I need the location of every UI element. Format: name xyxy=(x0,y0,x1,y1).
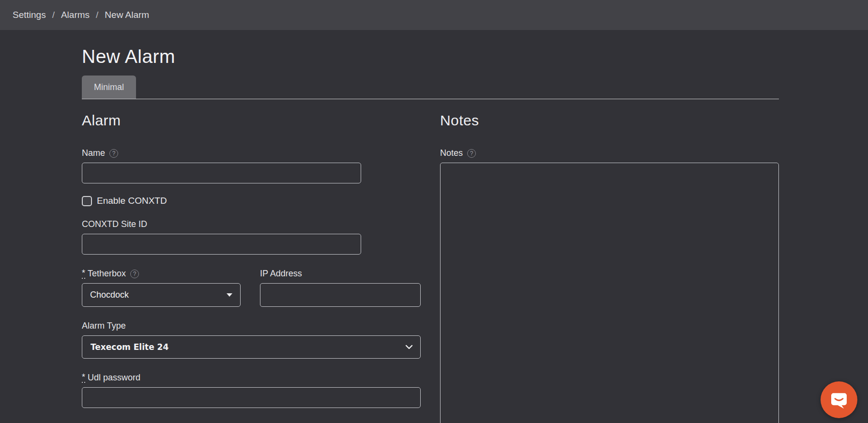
help-icon[interactable]: ? xyxy=(130,270,139,278)
alarm-type-label: Alarm Type xyxy=(82,321,421,331)
name-label-text: Name xyxy=(82,148,105,158)
tetherbox-select[interactable]: Chocdock xyxy=(82,283,241,307)
conxtd-site-id-field-group: CONXTD Site ID xyxy=(82,219,421,255)
tetherbox-label-text: Tetherbox xyxy=(88,269,126,279)
help-icon[interactable]: ? xyxy=(467,149,476,158)
help-icon[interactable]: ? xyxy=(109,149,118,158)
conxtd-site-id-input[interactable] xyxy=(82,234,361,255)
enable-conxtd-checkbox[interactable] xyxy=(82,196,92,206)
main-content: New Alarm Minimal Alarm Name ? Enable CO… xyxy=(0,46,868,423)
notes-textarea[interactable] xyxy=(440,163,779,423)
notes-label: Notes ? xyxy=(440,148,779,158)
breadcrumb-separator: / xyxy=(96,10,98,20)
tab-minimal[interactable]: Minimal xyxy=(82,76,136,99)
ip-address-label-text: IP Address xyxy=(260,269,302,279)
tetherbox-field-group: * Tetherbox ? Chocdock xyxy=(82,269,241,307)
enable-conxtd-label[interactable]: Enable CONXTD xyxy=(97,196,167,206)
name-field-group: Name ? xyxy=(82,148,421,183)
ip-address-label: IP Address xyxy=(260,269,421,279)
notes-section-heading: Notes xyxy=(440,112,779,129)
alarm-type-selected-value: Texecom Elite 24 xyxy=(91,342,168,352)
breadcrumb: Settings / Alarms / New Alarm xyxy=(0,0,868,30)
tabs-bar: Minimal xyxy=(82,76,779,99)
chat-bubble-icon xyxy=(829,390,849,409)
udl-password-field-group: * Udl password xyxy=(82,373,421,408)
tetherbox-selected-value: Chocdock xyxy=(90,290,129,300)
udl-password-input[interactable] xyxy=(82,387,421,408)
breadcrumb-item-new-alarm: New Alarm xyxy=(105,10,149,20)
name-input[interactable] xyxy=(82,163,361,183)
tetherbox-label: * Tetherbox ? xyxy=(82,269,241,279)
chat-launcher-button[interactable] xyxy=(821,381,857,418)
alarm-type-field-group: Alarm Type Texecom Elite 24 xyxy=(82,321,421,359)
chevron-down-icon xyxy=(405,345,413,349)
alarm-section: Alarm Name ? Enable CONXTD CONXTD Site I… xyxy=(82,112,421,423)
notes-section: Notes Notes ? xyxy=(440,112,779,423)
udl-password-label-text: Udl password xyxy=(88,373,140,383)
breadcrumb-separator: / xyxy=(52,10,55,20)
enable-conxtd-row: Enable CONXTD xyxy=(82,196,421,206)
ip-address-field-group: IP Address xyxy=(260,269,421,307)
ip-address-input[interactable] xyxy=(260,283,421,307)
name-label: Name ? xyxy=(82,148,421,158)
caret-down-icon xyxy=(227,293,232,297)
udl-password-label: * Udl password xyxy=(82,373,421,383)
required-marker: * xyxy=(82,373,85,383)
conxtd-site-id-label: CONXTD Site ID xyxy=(82,219,421,229)
alarm-section-heading: Alarm xyxy=(82,112,421,129)
breadcrumb-item-alarms[interactable]: Alarms xyxy=(61,10,90,20)
notes-field-group: Notes ? xyxy=(440,148,779,423)
conxtd-site-id-label-text: CONXTD Site ID xyxy=(82,219,147,229)
breadcrumb-item-settings[interactable]: Settings xyxy=(13,10,46,20)
required-marker: * xyxy=(82,269,85,279)
alarm-type-label-text: Alarm Type xyxy=(82,321,126,331)
notes-label-text: Notes xyxy=(440,148,463,158)
page-title: New Alarm xyxy=(82,46,858,67)
alarm-type-select[interactable]: Texecom Elite 24 xyxy=(82,335,421,359)
